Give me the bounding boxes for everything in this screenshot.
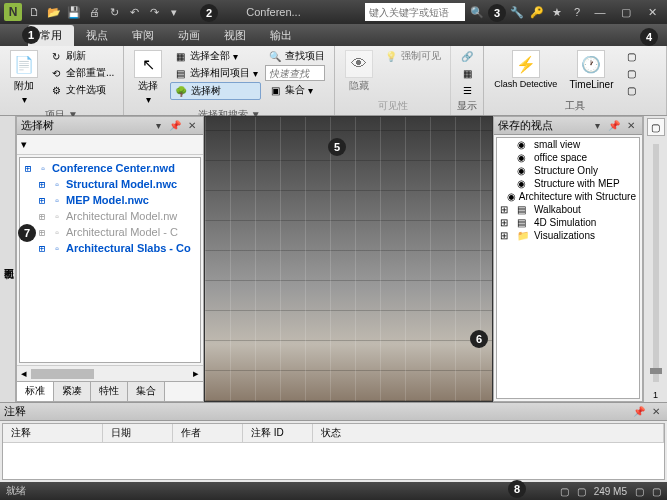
- left-dock-strip[interactable]: 平面视图: [0, 116, 16, 402]
- tree-tab-sets[interactable]: 集合: [128, 382, 165, 401]
- select-button[interactable]: ↖ 选择 ▾: [130, 48, 166, 107]
- panel-options-icon[interactable]: ▾: [590, 119, 604, 133]
- star-icon[interactable]: ★: [549, 4, 565, 20]
- quick-find-input[interactable]: [265, 65, 325, 81]
- saved-viewpoints-body[interactable]: ◉small view◉office space◉Structure Only◉…: [496, 137, 640, 399]
- refresh-button[interactable]: ↻刷新: [46, 48, 117, 64]
- append-button[interactable]: 📄 附加 ▾: [6, 48, 42, 107]
- tree-tab-standard[interactable]: 标准: [17, 382, 54, 401]
- tree-item[interactable]: ⊞▫Architectural Slabs - Co: [22, 240, 198, 256]
- expand-icon[interactable]: ⊞: [500, 217, 514, 228]
- ribbon-tab-animation[interactable]: 动画: [166, 25, 212, 46]
- saved-view-item[interactable]: ◉Structure Only: [497, 164, 639, 177]
- saved-view-item[interactable]: ◉small view: [497, 138, 639, 151]
- minimize-button[interactable]: —: [589, 4, 611, 20]
- selection-tree-body[interactable]: ⊞▫Conference Center.nwd⊞▫Structural Mode…: [19, 157, 201, 363]
- find-items-button[interactable]: 🔍查找项目: [265, 48, 328, 64]
- col-status[interactable]: 状态: [313, 424, 664, 442]
- col-author[interactable]: 作者: [173, 424, 243, 442]
- expand-icon[interactable]: ⊞: [500, 204, 514, 215]
- tree-item[interactable]: ⊞▫Conference Center.nwd: [22, 160, 198, 176]
- ribbon-tab-viewpoint[interactable]: 视点: [74, 25, 120, 46]
- saved-view-item[interactable]: ⊞▤4D Simulation: [497, 216, 639, 229]
- keyword-search-input[interactable]: [365, 3, 465, 21]
- select-all-button[interactable]: ▦选择全部 ▾: [170, 48, 261, 64]
- grid-icon: ▦: [460, 66, 474, 80]
- select-tree-button[interactable]: 🌳选择树: [170, 82, 261, 100]
- ribbon-tab-review[interactable]: 审阅: [120, 25, 166, 46]
- key-icon[interactable]: 🔑: [529, 4, 545, 20]
- help-icon[interactable]: ?: [569, 4, 585, 20]
- right-strip-button[interactable]: ▢: [647, 118, 665, 136]
- col-id[interactable]: 注释 ID: [243, 424, 313, 442]
- timeliner-button[interactable]: 🕐 TimeLiner: [565, 48, 617, 92]
- app-logo[interactable]: N: [4, 3, 22, 21]
- reset-icon: ⟲: [49, 66, 63, 80]
- expand-icon[interactable]: ⊞: [36, 211, 48, 222]
- expand-icon[interactable]: ⊞: [500, 230, 514, 241]
- file-options-button[interactable]: ⚙文件选项: [46, 82, 117, 98]
- tree-item[interactable]: ⊞▫MEP Model.nwc: [22, 192, 198, 208]
- tree-item[interactable]: ⊞▫Structural Model.nwc: [22, 176, 198, 192]
- qat-save-icon[interactable]: 💾: [66, 4, 82, 20]
- saved-view-item[interactable]: ⊞📁Visualizations: [497, 229, 639, 242]
- maximize-button[interactable]: ▢: [615, 4, 637, 20]
- expand-icon[interactable]: ⊞: [36, 227, 48, 238]
- clash-detective-button[interactable]: ⚡ Clash Detective: [490, 48, 561, 91]
- qat-refresh-icon[interactable]: ↻: [106, 4, 122, 20]
- display-btn-2[interactable]: ▦: [457, 65, 477, 81]
- panel-close-icon[interactable]: ✕: [649, 405, 663, 419]
- panel-options-icon[interactable]: ▾: [151, 119, 165, 133]
- panel-pin-icon[interactable]: 📌: [607, 119, 621, 133]
- reset-all-button[interactable]: ⟲全部重置...: [46, 65, 117, 81]
- saved-view-item[interactable]: ◉Structure with MEP: [497, 177, 639, 190]
- binoculars-icon[interactable]: ⌕: [489, 4, 505, 20]
- status-icon-1[interactable]: ▢: [560, 486, 569, 497]
- panel-close-icon[interactable]: ✕: [624, 119, 638, 133]
- display-btn-1[interactable]: 🔗: [457, 48, 477, 64]
- saved-view-item[interactable]: ⊞▤Walkabout: [497, 203, 639, 216]
- tree-item[interactable]: ⊞▫Architectural Model - C: [22, 224, 198, 240]
- status-icon-4[interactable]: ▢: [652, 486, 661, 497]
- qat-open-icon[interactable]: 📂: [46, 4, 62, 20]
- expand-icon[interactable]: ⊞: [36, 179, 48, 190]
- ribbon-tab-view[interactable]: 视图: [212, 25, 258, 46]
- dropdown-arrow-icon: ▾: [22, 94, 27, 105]
- qat-print-icon[interactable]: 🖨: [86, 4, 102, 20]
- panel-pin-icon[interactable]: 📌: [168, 119, 182, 133]
- expand-icon[interactable]: ⊞: [36, 243, 48, 254]
- tree-tab-compact[interactable]: 紧凑: [54, 382, 91, 401]
- tree-item[interactable]: ⊞▫Architectural Model.nw: [22, 208, 198, 224]
- vertical-slider[interactable]: [653, 144, 659, 382]
- tool-btn-2[interactable]: ▢: [621, 65, 641, 81]
- qat-redo-icon[interactable]: ↷: [146, 4, 162, 20]
- tree-h-scrollbar[interactable]: ◂▸: [17, 365, 203, 381]
- col-date[interactable]: 日期: [103, 424, 173, 442]
- wrench-icon[interactable]: 🔧: [509, 4, 525, 20]
- 3d-viewport[interactable]: [204, 116, 493, 402]
- ribbon-tab-home[interactable]: 常用: [28, 25, 74, 46]
- search-icon[interactable]: 🔍: [469, 4, 485, 20]
- close-button[interactable]: ✕: [641, 4, 663, 20]
- qat-new-icon[interactable]: 🗋: [26, 4, 42, 20]
- status-icon-2[interactable]: ▢: [577, 486, 586, 497]
- ribbon-tab-output[interactable]: 输出: [258, 25, 304, 46]
- sets-button[interactable]: ▣集合 ▾: [265, 82, 328, 98]
- tree-toolbar-btn[interactable]: ▾: [21, 138, 27, 151]
- tool-btn-3[interactable]: ▢: [621, 82, 641, 98]
- expand-icon[interactable]: ⊞: [22, 163, 34, 174]
- saved-view-item[interactable]: ◉Architecture with Structure: [497, 190, 639, 203]
- tree-tab-properties[interactable]: 特性: [91, 382, 128, 401]
- qat-undo-icon[interactable]: ↶: [126, 4, 142, 20]
- display-btn-3[interactable]: ☰: [457, 82, 477, 98]
- col-comment[interactable]: 注释: [3, 424, 103, 442]
- status-icon-3[interactable]: ▢: [635, 486, 644, 497]
- expand-icon[interactable]: ⊞: [36, 195, 48, 206]
- qat-dropdown-icon[interactable]: ▾: [166, 4, 182, 20]
- panel-close-icon[interactable]: ✕: [185, 119, 199, 133]
- tool-btn-1[interactable]: ▢: [621, 48, 641, 64]
- panel-pin-icon[interactable]: 📌: [632, 405, 646, 419]
- saved-view-item[interactable]: ◉office space: [497, 151, 639, 164]
- select-same-button[interactable]: ▤选择相同项目 ▾: [170, 65, 261, 81]
- slider-thumb[interactable]: [650, 368, 662, 374]
